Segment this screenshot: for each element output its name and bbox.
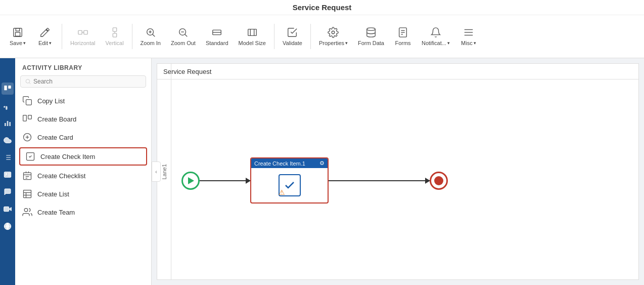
sidebar-item-copy-list[interactable]: Copy List bbox=[15, 92, 151, 110]
toolbar-zoom-in-label: Zoom In bbox=[141, 40, 161, 46]
toolbar-misc-label: Misc▾ bbox=[461, 40, 476, 46]
toolbar-forms[interactable]: Forms bbox=[390, 25, 416, 48]
toolbar-separator-2 bbox=[132, 24, 132, 49]
flow-arrow-1 bbox=[200, 180, 250, 181]
canvas-container: Service Request Lane1 Create Check Item.… bbox=[157, 63, 639, 280]
create-check-item-icon bbox=[25, 151, 35, 161]
apps-icon[interactable] bbox=[0, 62, 15, 77]
copy-list-icon bbox=[22, 96, 32, 106]
sidebar-item-create-list-label: Create List bbox=[37, 190, 69, 198]
toolbar-horizontal[interactable]: Horizontal bbox=[66, 25, 100, 48]
sidebar-item-create-checklist-label: Create Checklist bbox=[37, 172, 85, 180]
flow-node-gear-icon[interactable]: ⚙ bbox=[319, 160, 325, 167]
collapse-icon: ‹ bbox=[155, 169, 157, 175]
toolbar-zoom-out[interactable]: Zoom Out bbox=[167, 25, 200, 48]
collapse-sidebar-button[interactable]: ‹ bbox=[152, 161, 161, 182]
svg-rect-4 bbox=[84, 30, 87, 34]
toolbar-vertical[interactable]: Vertical bbox=[102, 25, 128, 48]
create-card-icon bbox=[22, 132, 32, 142]
svg-point-40 bbox=[6, 173, 7, 175]
nav-wp-icon[interactable] bbox=[2, 220, 14, 232]
svg-rect-47 bbox=[23, 115, 27, 121]
toolbar-separator-1 bbox=[62, 24, 62, 49]
toolbar-save[interactable]: Save▾ bbox=[5, 25, 30, 48]
flow-node-header: Create Check Item.1 ⚙ bbox=[251, 158, 328, 168]
toolbar: Save▾ Edit▾ Horizontal Vertical Zoom In … bbox=[5, 24, 481, 49]
svg-rect-7 bbox=[113, 33, 116, 37]
sidebar-item-create-check-item[interactable]: Create Check Item bbox=[19, 147, 147, 166]
toolbar-zoom-out-label: Zoom Out bbox=[171, 40, 196, 46]
svg-rect-46 bbox=[26, 100, 32, 105]
flow-diagram: Create Check Item.1 ⚙ ⚠ bbox=[171, 82, 638, 279]
toolbar-properties-label: Properties▾ bbox=[319, 40, 348, 46]
flow-node-body: ⚠ bbox=[251, 168, 328, 202]
toolbar-separator-4 bbox=[310, 24, 311, 49]
flow-activity-node[interactable]: Create Check Item.1 ⚙ ⚠ bbox=[250, 157, 329, 203]
sidebar-item-create-board-label: Create Board bbox=[37, 115, 76, 123]
nav-chat-icon[interactable] bbox=[2, 186, 14, 198]
svg-line-10 bbox=[152, 34, 155, 37]
svg-rect-48 bbox=[28, 115, 32, 119]
sidebar-item-create-board[interactable]: Create Board bbox=[15, 110, 151, 128]
svg-rect-18 bbox=[248, 29, 256, 36]
sidebar-item-create-card[interactable]: Create Card bbox=[15, 128, 151, 146]
search-input[interactable] bbox=[33, 78, 142, 85]
page-title-bar: Service Request bbox=[0, 0, 644, 15]
toolbar-standard[interactable]: Standard bbox=[202, 25, 233, 48]
toolbar-edit-label: Edit▾ bbox=[38, 40, 52, 46]
flow-node-title: Create Check Item.1 bbox=[254, 160, 305, 167]
nav-slack-icon[interactable] bbox=[2, 100, 14, 112]
svg-rect-3 bbox=[78, 30, 82, 34]
toolbar-form-data-label: Form Data bbox=[358, 40, 384, 46]
svg-rect-1 bbox=[16, 28, 19, 31]
nav-id-icon[interactable] bbox=[2, 169, 14, 181]
nav-list-icon[interactable] bbox=[2, 151, 14, 164]
flow-arrow-2 bbox=[329, 180, 430, 181]
sidebar-item-create-team[interactable]: Create Team bbox=[15, 203, 151, 221]
svg-rect-42 bbox=[4, 207, 9, 211]
toolbar-zoom-in[interactable]: Zoom In bbox=[136, 25, 165, 48]
flow-start-node bbox=[181, 172, 200, 190]
toolbar-misc[interactable]: Misc▾ bbox=[456, 25, 481, 48]
sidebar-item-create-team-label: Create Team bbox=[37, 209, 75, 216]
canvas-area: Service Request Lane1 Create Check Item.… bbox=[152, 58, 644, 285]
create-board-icon bbox=[22, 114, 32, 124]
svg-point-61 bbox=[24, 209, 28, 212]
svg-rect-28 bbox=[4, 86, 7, 90]
toolbar-form-data[interactable]: Form Data bbox=[354, 25, 388, 48]
sidebar-header: ACTIVITY LIBRARY bbox=[15, 58, 151, 75]
toolbar-separator-3 bbox=[274, 24, 274, 49]
sidebar: ACTIVITY LIBRARY Copy List Create Board … bbox=[15, 58, 152, 285]
sidebar-item-create-checklist[interactable]: Create Checklist bbox=[15, 167, 151, 185]
nav-trello-icon[interactable] bbox=[2, 83, 14, 95]
toolbar-validate[interactable]: Validate bbox=[279, 25, 306, 48]
svg-rect-30 bbox=[5, 123, 6, 126]
sidebar-list: Copy List Create Board Create Card Creat… bbox=[15, 92, 151, 285]
main-content: ACTIVITY LIBRARY Copy List Create Board … bbox=[0, 58, 644, 285]
sidebar-item-create-list[interactable]: Create List bbox=[15, 185, 151, 203]
toolbar-forms-label: Forms bbox=[395, 40, 410, 46]
toolbar-vertical-label: Vertical bbox=[106, 40, 124, 46]
svg-point-19 bbox=[332, 31, 335, 34]
toolbar-standard-label: Standard bbox=[206, 40, 228, 46]
toolbar-notifications[interactable]: Notificat...▾ bbox=[418, 25, 454, 48]
nav-cloud-icon[interactable] bbox=[2, 134, 14, 146]
search-icon bbox=[25, 78, 31, 85]
create-team-icon bbox=[22, 207, 32, 217]
topbar: Service Request Save▾ Edit▾ Horizontal V… bbox=[0, 0, 644, 58]
svg-line-14 bbox=[185, 34, 188, 37]
svg-rect-2 bbox=[15, 32, 20, 36]
toolbar-model-size[interactable]: Model Size bbox=[235, 25, 270, 48]
toolbar-properties[interactable]: Properties▾ bbox=[315, 25, 352, 48]
nav-video-icon[interactable] bbox=[2, 203, 14, 215]
sidebar-search-box[interactable] bbox=[20, 75, 146, 88]
sidebar-item-create-check-item-label: Create Check Item bbox=[40, 153, 95, 160]
nav-chart-icon[interactable] bbox=[2, 117, 14, 129]
svg-point-44 bbox=[26, 79, 30, 84]
sidebar-item-copy-list-label: Copy List bbox=[37, 97, 65, 105]
icon-nav bbox=[0, 58, 15, 285]
create-list-icon bbox=[22, 189, 32, 199]
svg-point-20 bbox=[367, 28, 376, 31]
create-checklist-icon bbox=[22, 171, 32, 181]
toolbar-edit[interactable]: Edit▾ bbox=[32, 25, 58, 48]
